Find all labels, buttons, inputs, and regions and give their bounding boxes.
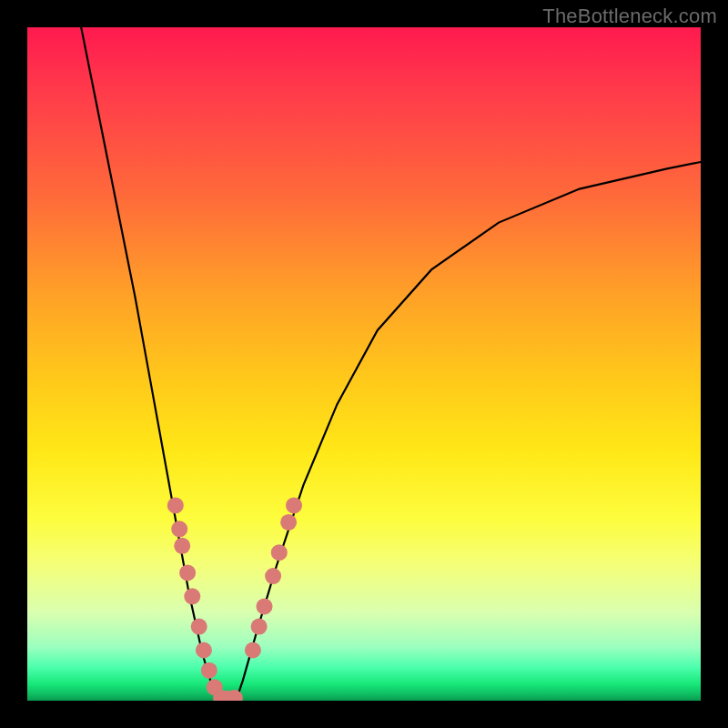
marker-point bbox=[245, 642, 261, 659]
marker-point bbox=[257, 598, 273, 614]
marker-point bbox=[251, 619, 268, 635]
marker-point bbox=[179, 564, 196, 581]
marker-point bbox=[196, 642, 212, 659]
marker-point bbox=[201, 662, 217, 679]
scatter-group bbox=[167, 497, 302, 701]
marker-point bbox=[286, 497, 302, 513]
marker-point bbox=[265, 568, 281, 584]
marker-point bbox=[191, 619, 207, 635]
marker-point bbox=[171, 521, 187, 537]
marker-point bbox=[184, 588, 200, 604]
marker-point bbox=[271, 544, 288, 561]
plot-area bbox=[27, 27, 701, 701]
marker-point bbox=[174, 538, 190, 554]
line-series-group bbox=[81, 27, 701, 701]
watermark-label: TheBottleneck.com bbox=[542, 5, 717, 28]
curve-right-curve bbox=[236, 162, 701, 701]
marker-point bbox=[280, 514, 297, 531]
chart-svg bbox=[27, 27, 701, 701]
marker-point bbox=[167, 497, 184, 513]
chart-frame: TheBottleneck.com bbox=[0, 0, 728, 728]
